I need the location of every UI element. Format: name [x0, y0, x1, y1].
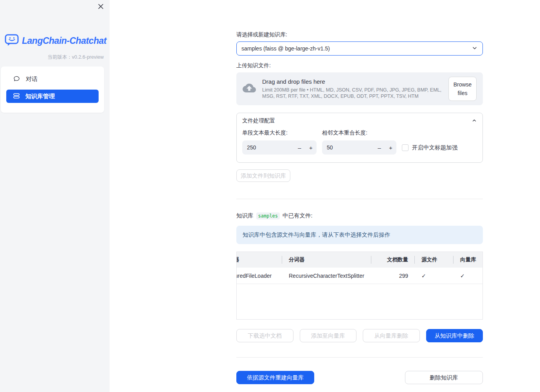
files-table[interactable]: 器 分词器 文档数量 源文件 向量库 uredFileLoader Recurs… [236, 252, 483, 320]
overlap-size-input[interactable]: 50 – + [322, 140, 396, 155]
overlap-size-value[interactable]: 50 [327, 144, 374, 151]
table-header-source-file: 源文件 [414, 252, 453, 268]
close-icon [98, 4, 104, 11]
app-window: LangChain-Chatchat 当前版本：v0.2.6-preview 对… [0, 0, 540, 392]
sidebar: LangChain-Chatchat 当前版本：v0.2.6-preview 对… [0, 0, 110, 392]
file-config-expander: 文件处理配置 单段文本最大长度: 250 – + 相邻文本重合长度: [236, 113, 483, 163]
increment-button[interactable]: + [385, 140, 396, 155]
uploader-title: Drag and drop files here [262, 78, 442, 85]
divider [236, 357, 483, 358]
cell-loader: uredFileLoader [237, 268, 282, 284]
sidebar-item-label: 对话 [26, 76, 38, 83]
files-line-suffix: 中已有文件: [283, 212, 313, 219]
overlap-size-label: 相邻文本重合长度: [322, 129, 396, 137]
stack-icon [13, 93, 20, 100]
chevron-up-icon [472, 118, 477, 124]
zh-title-enhance-field: 开启中文标题加强 [402, 141, 477, 155]
browse-files-button[interactable]: Browse files [448, 77, 477, 101]
file-dropzone[interactable]: Drag and drop files here Limit 200MB per… [236, 72, 483, 105]
sidebar-item-knowledge-base[interactable]: 知识库管理 [6, 90, 99, 103]
decrement-button[interactable]: – [294, 140, 305, 155]
cell-doc-count: 299 [371, 268, 414, 284]
zh-title-enhance-label: 开启中文标题加强 [412, 144, 457, 151]
kb-name-code: samples [256, 212, 280, 219]
kb-selectbox[interactable]: samples (faiss @ bge-large-zh-v1.5) [236, 41, 483, 56]
chat-bubble-icon [13, 75, 20, 83]
table-header-doc-count: 文档数量 [371, 252, 414, 268]
add-to-vector-store-button[interactable]: 添加至向量库 [300, 329, 357, 342]
cell-vector-check: ✓ [453, 268, 482, 284]
existing-files-line: 知识库 samples 中已有文件: [236, 212, 483, 219]
zh-title-enhance-checkbox[interactable] [402, 144, 409, 151]
delete-from-kb-button[interactable]: 从知识库中删除 [426, 329, 483, 342]
cloud-upload-icon [243, 81, 256, 96]
sidebar-menu: 对话 知识库管理 [1, 67, 104, 113]
main-content: 请选择或新建知识库: samples (faiss @ bge-large-zh… [236, 0, 483, 384]
download-selected-button[interactable]: 下载选中文档 [236, 329, 293, 342]
chunk-size-value[interactable]: 250 [247, 144, 294, 151]
overlap-size-field: 相邻文本重合长度: 50 – + [322, 129, 396, 155]
uploader-label: 上传知识文件: [236, 62, 483, 69]
table-header-vector-store: 向量库 [453, 252, 482, 268]
increment-button[interactable]: + [305, 140, 317, 155]
delete-from-vector-store-button[interactable]: 从向量库删除 [363, 329, 420, 342]
uploader-texts: Drag and drop files here Limit 200MB per… [262, 78, 442, 100]
decrement-button[interactable]: – [374, 140, 385, 155]
divider [236, 199, 483, 199]
cell-source-check: ✓ [414, 268, 453, 284]
kb-actions-row: 依据源文件重建向量库 删除知识库 [236, 371, 483, 384]
sidebar-item-label: 知识库管理 [25, 93, 55, 100]
chevron-down-icon [472, 45, 478, 52]
files-line-prefix: 知识库 [236, 212, 254, 219]
chunk-size-input[interactable]: 250 – + [242, 140, 317, 155]
chunk-size-label: 单段文本最大长度: [242, 129, 317, 137]
delete-kb-button[interactable]: 删除知识库 [405, 371, 483, 384]
sidebar-close-button[interactable] [97, 4, 104, 11]
spacer [320, 371, 398, 384]
expander-title: 文件处理配置 [242, 117, 275, 124]
kb-select-label: 请选择或新建知识库: [236, 31, 483, 38]
add-files-button[interactable]: 添加文件到知识库 [236, 169, 290, 182]
chunk-size-field: 单段文本最大长度: 250 – + [242, 129, 317, 155]
table-header-loader: 器 [237, 252, 282, 268]
version-text: 当前版本：v0.2.6-preview [47, 54, 104, 61]
rebuild-vector-store-button[interactable]: 依据源文件重建向量库 [236, 371, 314, 384]
uploader-limit-text: Limit 200MB per file • HTML, MD, JSON, C… [262, 87, 442, 100]
app-title: LangChain-Chatchat [22, 36, 106, 46]
kb-selectbox-value: samples (faiss @ bge-large-zh-v1.5) [241, 45, 330, 52]
table-header-splitter: 分词器 [282, 252, 371, 268]
table-row[interactable]: uredFileLoader RecursiveCharacterTextSpl… [237, 268, 482, 284]
table-header-row: 器 分词器 文档数量 源文件 向量库 [237, 252, 482, 268]
info-banner: 知识库中包含源文件与向量库，请从下表中选择文件后操作 [236, 226, 483, 244]
expander-header[interactable]: 文件处理配置 [237, 113, 482, 129]
app-logo: LangChain-Chatchat [5, 34, 106, 48]
cell-splitter: RecursiveCharacterTextSplitter [282, 268, 371, 284]
chat-logo-icon [5, 34, 19, 48]
file-actions-row: 下载选中文档 添加至向量库 从向量库删除 从知识库中删除 [236, 329, 483, 342]
sidebar-item-dialogue[interactable]: 对话 [6, 72, 99, 86]
expander-body: 单段文本最大长度: 250 – + 相邻文本重合长度: 50 – + [237, 129, 482, 162]
